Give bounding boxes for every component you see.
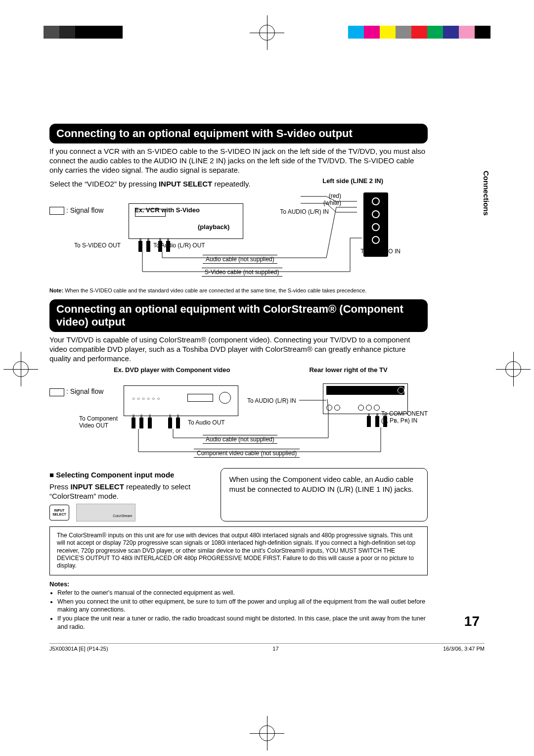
colorstream-intro: Your TV/DVD is capable of using ColorStr…	[49, 335, 428, 364]
registration-mark-icon	[259, 25, 275, 41]
footer-doc-id: J5X00301A [E] (P14-25)	[49, 646, 108, 652]
colorstream-compatibility-note: The ColorStream® inputs on this unit are…	[49, 526, 428, 575]
rear-panel-label: Rear lower right of the TV	[309, 366, 387, 374]
svideo-intro: If you connect a VCR with an S-VIDEO cab…	[49, 146, 428, 175]
svideo-wiring-lines	[49, 192, 428, 284]
page-number: 17	[464, 614, 480, 629]
svideo-connection-diagram: : Signal flow Ex. VCR with S-Video (play…	[49, 192, 428, 285]
svideo-note: Note: Note: When the S-VIDEO cable and t…	[49, 287, 428, 293]
selecting-header: ■ Selecting Component input mode	[49, 470, 208, 479]
input-select-button-icon: INPUT SELECT	[49, 505, 69, 520]
component-audio-callout: When using the Component video cable, an…	[221, 468, 428, 521]
footer-bar: J5X00301A [E] (P14-25) 17 16/3/06, 3:47 …	[49, 643, 485, 652]
note-item: If you place the unit near a tuner or ra…	[57, 614, 428, 631]
section-heading-colorstream: Connecting an optional equipment with Co…	[49, 299, 428, 332]
left-side-label: Left side (LINE 2 IN)	[322, 177, 383, 190]
registration-mark-icon	[505, 361, 521, 377]
component-connection-diagram: : Signal flow ○○○○○○	[49, 376, 428, 462]
footer-timestamp: 16/3/06, 3:47 PM	[443, 646, 485, 652]
section-tab: Connections	[482, 171, 490, 216]
notes-header: Notes:	[49, 580, 428, 588]
footer-page: 17	[272, 646, 278, 652]
note-item: When you connect the unit to other equip…	[57, 598, 428, 614]
color-registration-blocks	[348, 26, 490, 39]
note-item: Refer to the owner's manual of the conne…	[57, 589, 428, 597]
registration-mark-icon	[13, 361, 29, 377]
dvd-label: Ex. DVD player with Component video	[114, 366, 230, 374]
notes-list: Refer to the owner's manual of the conne…	[49, 589, 428, 631]
tv-screen-icon: ColorStream	[76, 504, 135, 521]
svideo-select-instruction: Select the “VIDEO2” by pressing INPUT SE…	[49, 179, 251, 189]
bw-density-blocks	[44, 26, 123, 39]
component-wiring-lines	[49, 376, 428, 462]
section-heading-svideo: Connecting to an optional equipment with…	[49, 124, 428, 143]
registration-mark-icon	[259, 725, 275, 741]
